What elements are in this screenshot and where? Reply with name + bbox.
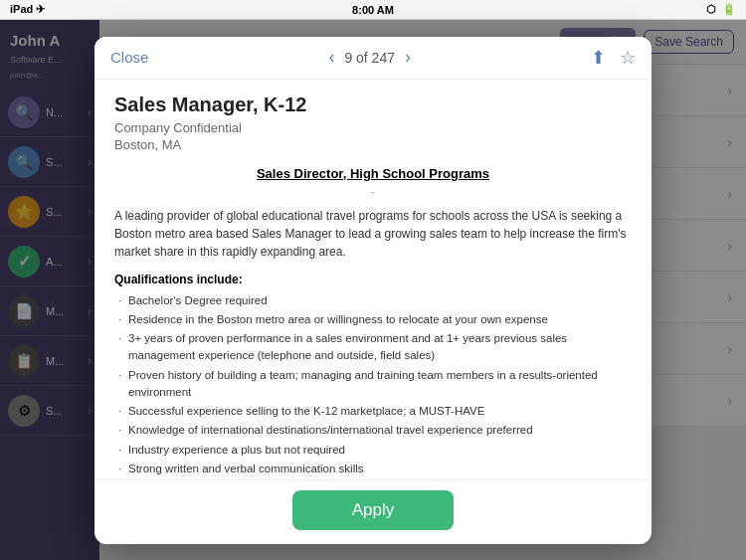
share-button[interactable]: ⬆ [591,47,606,69]
battery-icon: 🔋 [722,3,736,16]
job-detail-modal: Close ‹ 9 of 247 › ⬆ ☆ Sales Manager, K-… [94,37,652,544]
modal-footer: Apply [94,479,652,544]
qualification-item: 3+ years of proven performance in a sale… [118,330,632,365]
pager-next-button[interactable]: › [405,47,411,68]
qualifications-heading: Qualifications include: [114,273,632,286]
ipad-label: iPad ✈ [10,3,45,16]
status-left: iPad ✈ [10,3,45,16]
modal-close-button[interactable]: Close [110,49,148,66]
qualification-item: Residence in the Boston metro area or wi… [118,311,632,328]
modal-action-buttons: ⬆ ☆ [591,47,636,69]
job-title: Sales Manager, K-12 [114,93,632,116]
modal-nav: Close ‹ 9 of 247 › ⬆ ☆ [94,37,652,80]
modal-pager: ‹ 9 of 247 › [328,47,411,68]
bluetooth-icon: ⬡ [706,3,716,16]
modal-overlay[interactable]: Close ‹ 9 of 247 › ⬆ ☆ Sales Manager, K-… [0,20,746,560]
qualification-item: Strong written and verbal communication … [118,461,632,477]
pager-text: 9 of 247 [344,50,395,66]
bookmark-button[interactable]: ☆ [620,47,636,69]
app-container: John A Software E... john@a... 🔍 N... › … [0,20,746,560]
job-location: Boston, MA [114,137,632,152]
qualification-item: Bachelor's Degree required [118,292,632,309]
qualification-item: Industry experience a plus but not requi… [118,442,632,459]
status-time: 8:00 AM [352,4,394,16]
job-description: A leading provider of global educational… [114,207,632,261]
qualifications-list: Bachelor's Degree requiredResidence in t… [114,292,632,479]
job-divider: - [114,185,632,199]
qualification-item: Successful experience selling to the K-1… [118,403,632,420]
job-company: Company Confidential [114,120,632,135]
qualification-item: Knowledge of international destinations/… [118,422,632,439]
job-section-title: Sales Director, High School Programs [114,166,632,181]
apply-button[interactable]: Apply [292,490,455,530]
modal-body: Sales Manager, K-12 Company Confidential… [94,80,652,479]
status-right: ⬡ 🔋 [706,3,736,16]
pager-prev-button[interactable]: ‹ [328,47,334,68]
qualification-item: Proven history of building a team; manag… [118,367,632,402]
status-bar: iPad ✈ 8:00 AM ⬡ 🔋 [0,0,746,20]
